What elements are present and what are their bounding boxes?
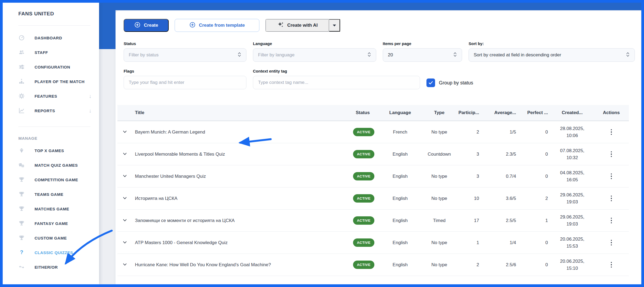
context-tag-input[interactable] [253,76,420,89]
group-by-status-checkbox[interactable] [426,78,435,87]
kebab-dot [611,240,612,241]
sidebar-item-fantasy-game[interactable]: FANTASY GAME [3,216,99,231]
row-expand-button[interactable] [122,262,127,268]
brand-logo: FANS UNITED [3,3,99,17]
sidebar-item-label: TEAMS GAME [35,192,63,197]
row-expand-button[interactable] [122,173,127,179]
status-cell: ACTIVE [351,128,377,136]
select-chevrons-icon [367,51,371,59]
status-filter-select[interactable]: Filter by status [124,48,246,62]
column-header-title: Title [132,110,351,115]
row-expand-button[interactable] [122,218,127,224]
quizzes-table: TitleStatusLanguageTypeParticip...Averag… [117,105,629,276]
kebab-dot [611,264,612,265]
average-score-cell: 3.6/5 [482,196,519,201]
row-actions-menu-button[interactable] [609,238,614,247]
sidebar-item-custom-game[interactable]: CUSTOM GAME [3,231,99,245]
sidebar-item-label: FANTASY GAME [35,221,68,226]
create-with-ai-button[interactable]: Create with AI [266,19,329,32]
sidebar-item-dashboard[interactable]: DASHBOARD [3,30,99,45]
created-at-cell: 20.06.2025,15:53 [551,236,594,250]
sidebar-item-match-quiz-games[interactable]: MATCH QUIZ GAMES [3,158,99,172]
kebab-dot [611,134,612,135]
sliders-icon [18,64,28,70]
status-filter-placeholder: Filter by status [129,52,159,58]
kebab-dot [611,218,612,219]
status-badge: ACTIVE [353,128,374,136]
row-expand-button[interactable] [122,129,127,135]
average-score-cell: 2.3/5 [482,152,519,157]
row-actions-menu-button[interactable] [609,150,614,159]
participants-cell: 3 [455,152,482,157]
created-date: 07.08.2025, [553,147,591,154]
plus-circle-icon [189,22,196,29]
column-header-status: Status [351,110,377,115]
trophy-icon [18,176,28,183]
sidebar-item-label: STAFF [35,50,48,55]
chevron-down-icon [122,129,127,135]
row-actions-menu-button[interactable] [609,128,614,137]
sidebar-item-staff[interactable]: STAFF [3,45,99,60]
sidebar-nav-main: DASHBOARDSTAFFCONFIGURATIONPLAYER OF THE… [3,30,99,118]
row-actions-menu-button[interactable] [609,216,614,225]
sidebar-divider [18,127,90,127]
context-entity-tag-label: Context entity tag [253,69,420,73]
column-header-language: Language [377,110,424,115]
kebab-dot [611,129,612,131]
sidebar-item-classic-quizzes[interactable]: ?CLASSIC QUIZZES [3,245,99,260]
actions-cell [594,172,629,181]
row-actions-menu-button[interactable] [609,194,614,203]
page: FANS UNITED DASHBOARDSTAFFCONFIGURATIONP… [0,0,644,287]
average-score-cell: 2.5/5 [482,218,519,223]
flags-input[interactable] [124,76,246,89]
sidebar-item-competition-game[interactable]: COMPETITION GAME [3,172,99,187]
language-cell: French [377,129,424,135]
language-filter-select[interactable]: Filter by language [253,48,376,62]
type-cell: Timed [424,218,455,223]
created-at-cell: 04.08.2025,16:05 [551,169,594,183]
create-from-template-button[interactable]: Create from template [175,19,259,32]
table-body: Bayern Munich: A German LegendACTIVEFren… [117,121,629,276]
perfect-score-cell: 0 [519,152,551,157]
created-time: 15:53 [553,243,591,250]
flags-label: Flags [124,69,246,73]
language-cell: English [377,240,424,245]
trophy-icon [18,235,28,241]
created-date: 20.06.2025, [553,236,591,243]
row-expand-button[interactable] [122,240,127,246]
sparkles-icon [277,21,284,30]
sidebar-item-player-of-the-match[interactable]: PLAYER OF THE MATCH [3,74,99,89]
sidebar-item-matches-game[interactable]: MATCHES GAME [3,201,99,216]
row-actions-menu-button[interactable] [609,260,614,269]
average-score-cell: 2.5/6 [482,262,519,268]
participants-cell: 2 [455,129,482,135]
created-date: 29.06.2025, [553,192,591,199]
created-date: 28.08.2025, [553,125,591,132]
items-per-page-select[interactable]: 20 [383,48,462,62]
sidebar-item-top-x-games[interactable]: TOP X GAMES [3,143,99,158]
sidebar-item-either-or[interactable]: EITHER/OR [3,260,99,274]
kebab-dot [611,153,612,155]
create-button[interactable]: Create [124,19,169,32]
chevron-down-icon [122,196,127,201]
sidebar-item-label: MATCH QUIZ GAMES [35,163,78,168]
row-actions-menu-button[interactable] [609,172,614,181]
row-expand-button[interactable] [122,151,127,157]
sidebar-item-configuration[interactable]: CONFIGURATION [3,60,99,74]
chevron-down-icon [122,240,127,246]
kebab-dot [611,200,612,201]
sidebar-item-label: DASHBOARD [35,36,62,40]
perfect-score-cell: 1 [519,218,551,223]
status-badge: ACTIVE [353,261,374,269]
create-with-ai-dropdown-button[interactable] [329,19,340,32]
sidebar-item-features[interactable]: FEATURES↓ [3,89,99,103]
row-expand-button[interactable] [122,196,127,201]
kebab-dot [611,244,612,246]
create-button-label: Create [144,23,158,28]
checkmark-icon [428,80,433,86]
sidebar-item-reports[interactable]: REPORTS↓ [3,103,99,118]
sidebar-item-teams-game[interactable]: TEAMS GAME [3,187,99,201]
svg-text:?: ? [20,249,23,255]
caret-down-icon [333,25,336,26]
sort-by-select[interactable]: Sort by created at field in descending o… [469,48,635,62]
